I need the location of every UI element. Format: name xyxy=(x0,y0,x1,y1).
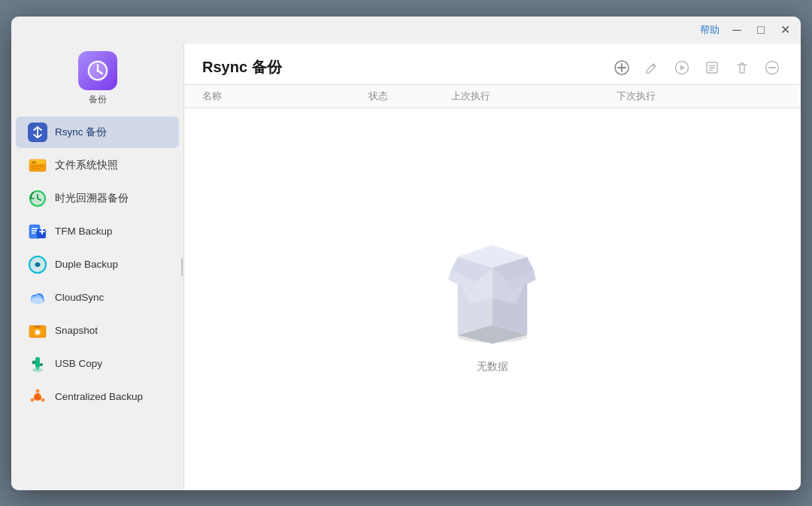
delete-button[interactable] xyxy=(732,57,753,78)
add-button[interactable] xyxy=(611,57,632,78)
usb-icon xyxy=(28,354,47,374)
col-header-name: 名称 xyxy=(202,89,368,103)
svg-rect-35 xyxy=(35,357,40,368)
sidebar-app-title: 备份 xyxy=(89,93,107,106)
svg-rect-8 xyxy=(32,161,36,163)
tfm-label: TFM Backup xyxy=(55,226,113,237)
close-button[interactable]: ✕ xyxy=(778,23,792,37)
minimize-button[interactable]: ─ xyxy=(730,23,744,37)
clock-icon xyxy=(86,59,110,83)
more-icon xyxy=(765,60,780,75)
edit-icon xyxy=(644,60,659,75)
centralized-icon xyxy=(28,387,47,407)
empty-label: 无数据 xyxy=(477,360,508,374)
svg-point-21 xyxy=(35,262,40,267)
usb-label: USB Copy xyxy=(55,358,102,369)
snapshot-icon xyxy=(28,321,47,341)
title-bar-controls: 帮助 ─ □ ✕ xyxy=(700,23,792,37)
svg-marker-53 xyxy=(680,65,685,70)
svg-rect-18 xyxy=(37,229,46,238)
add-icon xyxy=(614,59,630,76)
duple-icon xyxy=(28,255,47,274)
more-button[interactable] xyxy=(762,57,783,78)
content-header: Rsync 备份 xyxy=(184,44,801,84)
toolbar xyxy=(611,57,783,78)
centralized-label: Centralized Backup xyxy=(55,391,143,402)
empty-box-illustration xyxy=(425,225,560,345)
run-button[interactable] xyxy=(671,57,692,78)
sidebar-nav: Rsync 备份 文件系统快照 xyxy=(11,117,183,414)
app-icon-wrap: 备份 xyxy=(78,51,117,106)
sidebar-item-filesys[interactable]: 文件系统快照 xyxy=(16,150,179,181)
cloud-icon xyxy=(28,288,47,308)
help-link[interactable]: 帮助 xyxy=(700,23,720,37)
delete-icon xyxy=(735,60,750,75)
svg-rect-40 xyxy=(36,368,39,370)
sidebar-item-duple[interactable]: Duple Backup xyxy=(16,249,179,280)
col-header-last-run: 上次执行 xyxy=(451,89,617,103)
timemachine-icon xyxy=(28,189,47,208)
sidebar-item-tfm[interactable]: TFM Backup xyxy=(16,216,179,247)
sidebar-item-rsync[interactable]: Rsync 备份 xyxy=(16,117,179,148)
title-bar: 帮助 ─ □ ✕ xyxy=(11,17,801,44)
tfm-icon xyxy=(28,222,47,241)
log-button[interactable] xyxy=(701,57,723,78)
run-icon xyxy=(674,60,689,75)
col-header-next-run: 下次执行 xyxy=(617,89,783,103)
svg-point-4 xyxy=(96,69,98,71)
maximize-button[interactable]: □ xyxy=(754,23,768,37)
sidebar-item-centralized[interactable]: Centralized Backup xyxy=(16,381,179,413)
main-area: 备份 Rsync 备份 xyxy=(11,44,801,490)
empty-state: 无数据 xyxy=(184,108,801,490)
filesys-icon xyxy=(28,156,47,175)
svg-rect-33 xyxy=(35,326,41,328)
svg-point-43 xyxy=(41,398,45,401)
edit-button[interactable] xyxy=(641,57,662,78)
svg-point-28 xyxy=(32,298,44,304)
rsync-label: Rsync 备份 xyxy=(55,126,107,139)
svg-point-42 xyxy=(36,389,40,392)
sidebar-item-timemachine[interactable]: 时光回溯器备份 xyxy=(16,183,179,214)
rsync-icon xyxy=(28,123,47,142)
app-window: 帮助 ─ □ ✕ 备份 xyxy=(11,17,801,490)
svg-point-44 xyxy=(31,398,35,401)
sidebar-item-cloudsync[interactable]: CloudSync xyxy=(16,282,179,314)
page-title: Rsync 备份 xyxy=(202,57,282,77)
table-header: 名称 状态 上次执行 下次执行 xyxy=(184,84,801,108)
svg-point-32 xyxy=(36,330,40,334)
sidebar-item-snapshot[interactable]: Snapshot xyxy=(16,315,179,347)
log-icon xyxy=(704,60,720,75)
timemachine-label: 时光回溯器备份 xyxy=(55,192,129,205)
filesys-label: 文件系统快照 xyxy=(55,159,118,172)
snapshot-label: Snapshot xyxy=(55,325,98,336)
sidebar: 备份 Rsync 备份 xyxy=(11,44,184,490)
duple-label: Duple Backup xyxy=(55,259,118,270)
sidebar-resize-handle[interactable] xyxy=(180,256,183,278)
content-pane: Rsync 备份 xyxy=(184,44,801,490)
sidebar-item-usbcopy[interactable]: USB Copy xyxy=(16,348,179,380)
app-icon xyxy=(78,51,117,90)
col-header-status: 状态 xyxy=(368,89,451,103)
cloud-label: CloudSync xyxy=(55,292,104,303)
